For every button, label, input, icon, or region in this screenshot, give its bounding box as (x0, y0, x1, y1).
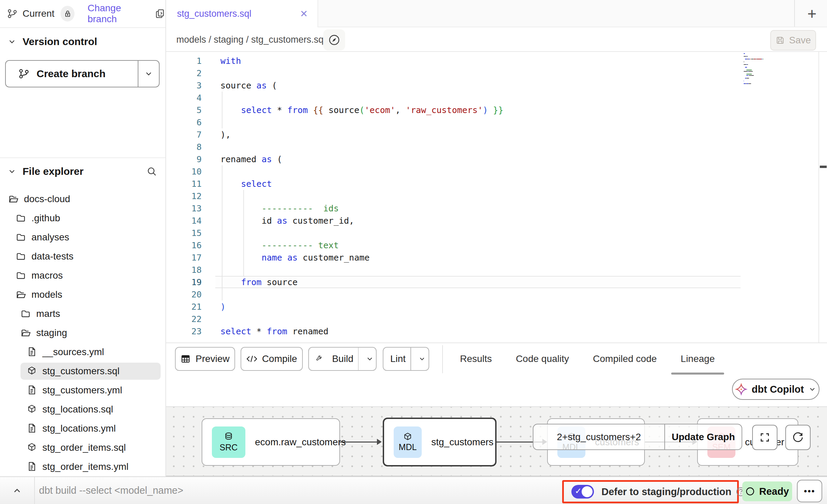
status-badge[interactable]: Ready (742, 481, 792, 501)
lineage-selector-input[interactable]: 2+stg_customers+2 (533, 432, 664, 443)
folder-icon (16, 213, 27, 224)
save-button[interactable]: Save (770, 30, 816, 51)
code-line[interactable]: 21) (166, 300, 827, 313)
code-line[interactable]: 20 (166, 288, 827, 300)
code-line[interactable]: 16 ---------- text (166, 239, 827, 251)
folder-open-icon (21, 327, 31, 338)
file-tree-item[interactable]: stg_order_items.yml (0, 457, 165, 476)
file-tree: docs-cloud.githubanalysesdata-testsmacro… (0, 190, 165, 476)
change-branch-link[interactable]: Change branch (87, 3, 146, 25)
file-tree-item-label: stg_customers.sql (42, 366, 120, 377)
code-text: select (220, 179, 272, 189)
file-tree-item[interactable]: data-tests (0, 247, 165, 266)
panel-tab-lineage[interactable]: Lineage (681, 343, 715, 375)
fullscreen-button[interactable] (752, 425, 777, 450)
code-line[interactable]: 9renamed as ( (166, 153, 827, 165)
code-line[interactable]: 13 ---------- ids (166, 202, 827, 214)
search-icon[interactable] (146, 166, 157, 177)
line-number: 4 (166, 93, 202, 103)
explore-compass-button[interactable] (323, 29, 345, 51)
yaml-file-icon (27, 423, 38, 434)
lineage-node-source[interactable]: SRC ecom.raw_customers (202, 418, 340, 466)
new-tab-button[interactable]: + (801, 3, 823, 25)
file-tree-item[interactable]: macros (0, 266, 165, 285)
sidebar: Current Change branch Version control (0, 0, 166, 476)
code-line[interactable]: 4 (166, 92, 827, 104)
code-line[interactable]: 3source as ( (166, 79, 827, 92)
compile-label: Compile (262, 353, 297, 364)
code-line[interactable]: 11 select (166, 178, 827, 190)
code-text: select * from {{ source('ecom', 'raw_cus… (220, 105, 503, 115)
panel-tab-code-quality[interactable]: Code quality (516, 343, 569, 375)
overview-ruler[interactable] (818, 52, 819, 342)
command-input[interactable]: dbt build --select <model_name> (39, 477, 183, 504)
overview-ruler-marker (820, 166, 827, 168)
chevron-down-icon (144, 69, 153, 78)
file-tree-item[interactable]: staging (0, 323, 165, 342)
update-graph-button[interactable]: Update Graph (665, 432, 742, 443)
code-text: with (220, 56, 241, 66)
more-options-button[interactable]: ••• (797, 480, 822, 502)
lint-dropdown[interactable] (416, 355, 429, 363)
code-line[interactable]: 6 (166, 116, 827, 128)
code-line[interactable]: 2 (166, 67, 827, 79)
create-branch-button[interactable]: Create branch (5, 60, 160, 87)
file-tree-item[interactable]: docs-cloud (0, 190, 165, 209)
file-tree-item[interactable]: .github (0, 209, 165, 228)
lint-button[interactable]: Lint (383, 347, 429, 371)
code-line[interactable]: 8 (166, 141, 827, 153)
code-line[interactable]: 19 from source (166, 276, 827, 288)
file-tree-item[interactable]: analyses (0, 228, 165, 247)
close-icon[interactable]: ✕ (300, 8, 308, 19)
file-tree-item-label: stg_locations.yml (42, 423, 116, 434)
file-tree-item[interactable]: stg_locations.sql (0, 400, 165, 419)
tab-stg-customers-sql[interactable]: stg_customers.sql ✕ (166, 0, 318, 27)
file-tree-item[interactable]: stg_customers.sql (0, 362, 165, 381)
lineage-node-stg-customers[interactable]: MDL stg_customers (383, 418, 497, 466)
code-line[interactable]: 5 select * from {{ source('ecom', 'raw_c… (166, 104, 827, 116)
file-tree-item[interactable]: stg_order_items.sql (0, 438, 165, 457)
line-number: 16 (166, 240, 202, 250)
compile-button[interactable]: Compile (241, 347, 303, 371)
code-lines[interactable]: 1with23source as (45 select * from {{ so… (166, 55, 827, 337)
defer-highlight-annotation: ✓ Defer to staging/production (562, 480, 739, 503)
defer-toggle[interactable]: ✓ (571, 485, 594, 499)
file-tree-item[interactable]: marts (0, 304, 165, 323)
code-line[interactable]: 17 name as customer_name (166, 251, 827, 264)
code-line[interactable]: 23select * from renamed (166, 325, 827, 337)
file-tree-item[interactable]: __sources.yml (0, 342, 165, 362)
file-explorer-section-header[interactable]: File explorer (0, 163, 165, 180)
code-text: ---------- ids (220, 204, 339, 213)
lineage-panel[interactable]: SRC ecom.raw_customers MDL stg_customers… (166, 406, 827, 476)
code-line[interactable]: 22 (166, 313, 827, 325)
code-editor[interactable]: 1with23source as (45 select * from {{ so… (166, 52, 827, 342)
code-line[interactable]: 15 (166, 227, 827, 239)
preview-button[interactable]: Preview (175, 347, 235, 371)
code-line[interactable]: 12 (166, 190, 827, 202)
code-text: id as customer_id, (220, 216, 354, 226)
line-number: 8 (166, 142, 202, 152)
dbt-copilot-label: dbt Copilot (751, 384, 804, 395)
file-tree-item-label: __sources.yml (42, 347, 104, 358)
build-button[interactable]: Build (308, 347, 377, 371)
file-tree-item[interactable]: stg_customers.yml (0, 381, 165, 400)
create-branch-dropdown[interactable] (138, 69, 159, 78)
file-tree-item[interactable]: stg_locations.yml (0, 419, 165, 438)
refresh-button[interactable] (785, 425, 811, 450)
preview-label: Preview (195, 353, 230, 364)
code-line[interactable]: 10 (166, 165, 827, 178)
collapse-panel-button[interactable] (6, 477, 28, 504)
code-line[interactable]: 1with (166, 55, 827, 67)
file-tree-item[interactable]: models (0, 285, 165, 304)
code-line[interactable]: 14 id as customer_id, (166, 214, 827, 227)
build-dropdown[interactable] (363, 355, 376, 363)
dbt-copilot-button[interactable]: dbt Copilot (732, 379, 819, 400)
copy-icon[interactable] (154, 8, 165, 19)
panel-tab-compiled-code[interactable]: Compiled code (593, 343, 657, 375)
panel-tab-results[interactable]: Results (460, 343, 492, 375)
code-line[interactable]: 18 (166, 264, 827, 276)
git-branch-icon (7, 8, 18, 19)
version-control-section-header[interactable]: Version control (0, 33, 165, 51)
code-line[interactable]: 7), (166, 128, 827, 141)
line-number: 11 (166, 179, 202, 189)
